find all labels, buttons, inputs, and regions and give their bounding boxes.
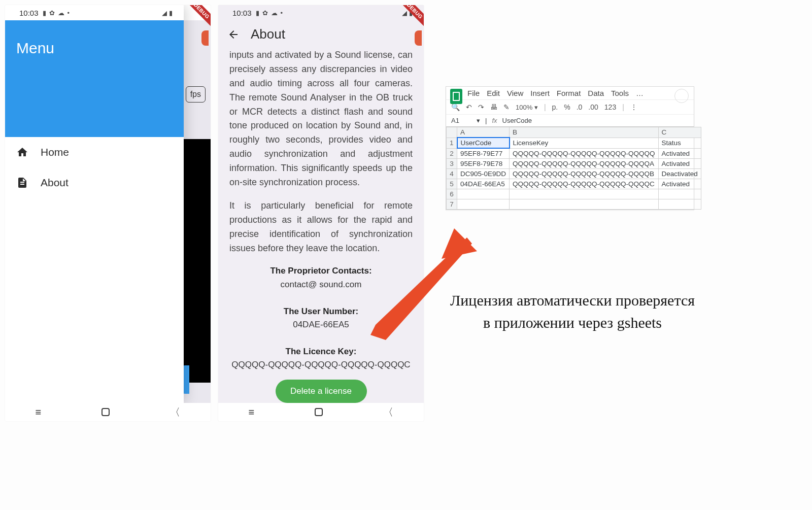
cell[interactable]: Activated: [658, 179, 701, 189]
sheets-namebox: A1 ▾ | fx UserCode: [446, 114, 694, 126]
phone-about: 10:03 ▮ ✿ ☁ • ◢ ▮ DEBUG About inputs and…: [218, 5, 424, 421]
appbar-title: About: [251, 26, 285, 42]
currency-btn[interactable]: p.: [552, 103, 558, 111]
sheets-logo-icon: [450, 89, 462, 104]
undo-icon[interactable]: ↶: [466, 103, 472, 111]
drawer-item-home[interactable]: Home: [5, 137, 184, 167]
row-header[interactable]: 4: [447, 169, 457, 179]
ribbon-tail-icon: [415, 30, 422, 46]
cell[interactable]: QQQQQ-QQQQQ-QQQQQ-QQQQQ-QQQQB: [510, 169, 659, 179]
cell[interactable]: [510, 189, 659, 199]
signal-icon: ◢: [402, 9, 407, 17]
signal-icon: ◢: [162, 9, 167, 17]
phone-menu: fps 10:03 ▮ ✿ ☁ • ◢ ▮ Menu Home About: [5, 5, 211, 421]
fps-chip[interactable]: fps: [186, 86, 206, 103]
account-avatar-icon[interactable]: [674, 89, 689, 103]
menu-edit[interactable]: Edit: [487, 89, 500, 97]
back-button[interactable]: 〈: [170, 405, 180, 419]
menu-format[interactable]: Format: [557, 89, 581, 97]
cell[interactable]: Activated: [658, 148, 701, 159]
ribbon-tail-icon: [201, 30, 209, 46]
menu-more[interactable]: …: [636, 89, 644, 97]
cell[interactable]: Deactivated: [658, 169, 701, 179]
usernum-label: The User Number:: [284, 307, 358, 316]
cell[interactable]: QQQQQ-QQQQQ-QQQQQ-QQQQQ-QQQQA: [510, 159, 659, 169]
cell[interactable]: [658, 199, 701, 210]
menu-tools[interactable]: Tools: [611, 89, 629, 97]
camera-icon: ▮: [256, 9, 259, 17]
cell[interactable]: [510, 199, 659, 210]
percent-btn[interactable]: %: [564, 103, 570, 111]
formula-bar[interactable]: UserCode: [502, 117, 532, 124]
home-button[interactable]: [315, 408, 323, 416]
cell[interactable]: DC905-0E9DD: [457, 169, 510, 179]
dec-less-btn[interactable]: .0: [577, 103, 583, 111]
cell[interactable]: [457, 199, 510, 210]
sheets-grid[interactable]: A B C 1 UserCode LicenseKey Status 295EF…: [446, 126, 694, 210]
cell[interactable]: [457, 189, 510, 199]
cell[interactable]: Activated: [658, 159, 701, 169]
chevron-down-icon[interactable]: ▾: [477, 117, 480, 124]
redo-icon[interactable]: ↷: [478, 103, 484, 111]
col-header-A[interactable]: A: [457, 127, 510, 138]
menu-insert[interactable]: Insert: [530, 89, 550, 97]
menu-data[interactable]: Data: [588, 89, 604, 97]
format-123-btn[interactable]: 123: [604, 103, 616, 111]
status-bar: 10:03 ▮ ✿ ☁ • ◢ ▮: [218, 5, 424, 20]
svg-marker-1: [442, 228, 477, 259]
corner-cell[interactable]: [447, 127, 457, 138]
gear-icon: ✿: [262, 9, 268, 17]
delete-license-button[interactable]: Delete a license: [276, 380, 367, 403]
battery-icon: ▮: [169, 9, 173, 17]
row-header[interactable]: 1: [447, 138, 457, 148]
row-header[interactable]: 2: [447, 148, 457, 159]
zoom-selector[interactable]: 100% ▾: [516, 104, 538, 111]
more-dots-icon[interactable]: ⋮: [630, 103, 637, 111]
dot-icon: •: [67, 9, 70, 17]
home-icon: [16, 146, 28, 158]
home-button[interactable]: [101, 408, 110, 416]
cell[interactable]: 95EF8-79E77: [457, 148, 510, 159]
usernum-value: 04DAE-66EA5: [293, 320, 349, 329]
back-arrow-icon[interactable]: [227, 28, 240, 41]
appbar: About: [218, 20, 424, 48]
drawer-header: Menu: [5, 20, 184, 137]
cell[interactable]: QQQQQ-QQQQQ-QQQQQ-QQQQQ-QQQQQ: [510, 148, 659, 159]
cell[interactable]: 95EF8-79E78: [457, 159, 510, 169]
row-header[interactable]: 3: [447, 159, 457, 169]
dec-more-btn[interactable]: .00: [588, 103, 598, 111]
about-paragraph-2: It is particularly beneficial for remote…: [229, 199, 413, 256]
search-icon[interactable]: 🔍: [451, 103, 460, 111]
android-nav-bar: ≡ 〈: [5, 403, 211, 421]
cell[interactable]: LicenseKey: [510, 138, 659, 148]
dot-icon: •: [281, 9, 283, 17]
google-sheets-snippet: File Edit View Insert Format Data Tools …: [446, 86, 694, 210]
paint-icon[interactable]: ✎: [503, 103, 510, 111]
active-cell-name[interactable]: A1: [451, 117, 471, 124]
cell[interactable]: 04DAE-66EA5: [457, 179, 510, 189]
contacts-label: The Proprietor Contacts:: [270, 266, 371, 276]
menu-view[interactable]: View: [507, 89, 523, 97]
col-header-B[interactable]: B: [510, 127, 659, 138]
cell[interactable]: [658, 189, 701, 199]
col-header-C[interactable]: C: [658, 127, 701, 138]
menu-file[interactable]: File: [467, 89, 480, 97]
status-time: 10:03: [19, 9, 39, 17]
row-header[interactable]: 5: [447, 179, 457, 189]
drawer-item-about[interactable]: About: [5, 167, 184, 198]
recents-button[interactable]: ≡: [36, 406, 42, 418]
about-details: The Proprietor Contacts: contact@ sound.…: [229, 264, 413, 371]
status-icons-left: ▮ ✿ ☁ •: [256, 9, 283, 17]
cell[interactable]: Status: [658, 138, 701, 148]
recents-button[interactable]: ≡: [249, 406, 255, 418]
about-paragraph-1: inputs and activated by a Sound license,…: [229, 48, 413, 190]
back-button[interactable]: 〈: [383, 405, 393, 419]
print-icon[interactable]: 🖶: [490, 103, 497, 111]
row-header[interactable]: 7: [447, 199, 457, 210]
row-header[interactable]: 6: [447, 189, 457, 199]
status-icons-right: ◢ ▮: [162, 9, 173, 17]
sheets-menu-bar: File Edit View Insert Format Data Tools …: [446, 87, 694, 99]
cell[interactable]: QQQQQ-QQQQQ-QQQQQ-QQQQQ-QQQQC: [510, 179, 659, 189]
drawer-item-label: About: [41, 177, 69, 189]
cell[interactable]: UserCode: [457, 138, 510, 148]
